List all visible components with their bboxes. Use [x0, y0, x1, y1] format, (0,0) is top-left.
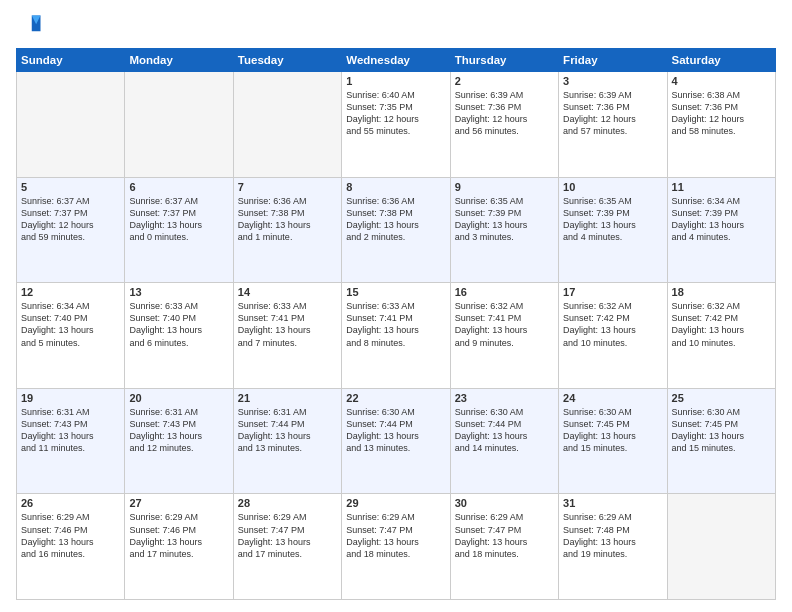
col-header-sunday: Sunday: [17, 49, 125, 72]
day-number: 18: [672, 286, 771, 298]
col-header-thursday: Thursday: [450, 49, 558, 72]
header: [16, 12, 776, 40]
day-info: Sunrise: 6:30 AM Sunset: 7:44 PM Dayligh…: [346, 406, 445, 455]
day-number: 22: [346, 392, 445, 404]
calendar-cell: 17Sunrise: 6:32 AM Sunset: 7:42 PM Dayli…: [559, 283, 667, 389]
day-info: Sunrise: 6:32 AM Sunset: 7:41 PM Dayligh…: [455, 300, 554, 349]
day-info: Sunrise: 6:37 AM Sunset: 7:37 PM Dayligh…: [129, 195, 228, 244]
day-number: 11: [672, 181, 771, 193]
calendar-cell: 30Sunrise: 6:29 AM Sunset: 7:47 PM Dayli…: [450, 494, 558, 600]
calendar-cell: 18Sunrise: 6:32 AM Sunset: 7:42 PM Dayli…: [667, 283, 775, 389]
day-number: 19: [21, 392, 120, 404]
calendar-cell: 1Sunrise: 6:40 AM Sunset: 7:35 PM Daylig…: [342, 72, 450, 178]
day-number: 4: [672, 75, 771, 87]
calendar-cell: 19Sunrise: 6:31 AM Sunset: 7:43 PM Dayli…: [17, 388, 125, 494]
calendar-week-2: 5Sunrise: 6:37 AM Sunset: 7:37 PM Daylig…: [17, 177, 776, 283]
calendar-cell: [667, 494, 775, 600]
day-number: 10: [563, 181, 662, 193]
calendar-cell: 3Sunrise: 6:39 AM Sunset: 7:36 PM Daylig…: [559, 72, 667, 178]
day-info: Sunrise: 6:33 AM Sunset: 7:41 PM Dayligh…: [238, 300, 337, 349]
calendar-table: SundayMondayTuesdayWednesdayThursdayFrid…: [16, 48, 776, 600]
day-info: Sunrise: 6:39 AM Sunset: 7:36 PM Dayligh…: [563, 89, 662, 138]
day-number: 15: [346, 286, 445, 298]
calendar-cell: 4Sunrise: 6:38 AM Sunset: 7:36 PM Daylig…: [667, 72, 775, 178]
day-number: 17: [563, 286, 662, 298]
calendar-cell: 27Sunrise: 6:29 AM Sunset: 7:46 PM Dayli…: [125, 494, 233, 600]
calendar-cell: 26Sunrise: 6:29 AM Sunset: 7:46 PM Dayli…: [17, 494, 125, 600]
day-info: Sunrise: 6:32 AM Sunset: 7:42 PM Dayligh…: [672, 300, 771, 349]
day-number: 3: [563, 75, 662, 87]
day-info: Sunrise: 6:29 AM Sunset: 7:47 PM Dayligh…: [238, 511, 337, 560]
day-info: Sunrise: 6:29 AM Sunset: 7:46 PM Dayligh…: [129, 511, 228, 560]
calendar-cell: [125, 72, 233, 178]
day-info: Sunrise: 6:29 AM Sunset: 7:47 PM Dayligh…: [346, 511, 445, 560]
col-header-saturday: Saturday: [667, 49, 775, 72]
day-number: 23: [455, 392, 554, 404]
calendar-cell: 24Sunrise: 6:30 AM Sunset: 7:45 PM Dayli…: [559, 388, 667, 494]
calendar-cell: 28Sunrise: 6:29 AM Sunset: 7:47 PM Dayli…: [233, 494, 341, 600]
calendar-cell: 31Sunrise: 6:29 AM Sunset: 7:48 PM Dayli…: [559, 494, 667, 600]
calendar-cell: 2Sunrise: 6:39 AM Sunset: 7:36 PM Daylig…: [450, 72, 558, 178]
calendar-cell: 6Sunrise: 6:37 AM Sunset: 7:37 PM Daylig…: [125, 177, 233, 283]
day-number: 30: [455, 497, 554, 509]
day-info: Sunrise: 6:35 AM Sunset: 7:39 PM Dayligh…: [563, 195, 662, 244]
day-number: 12: [21, 286, 120, 298]
day-info: Sunrise: 6:40 AM Sunset: 7:35 PM Dayligh…: [346, 89, 445, 138]
day-number: 14: [238, 286, 337, 298]
calendar-week-1: 1Sunrise: 6:40 AM Sunset: 7:35 PM Daylig…: [17, 72, 776, 178]
day-info: Sunrise: 6:33 AM Sunset: 7:40 PM Dayligh…: [129, 300, 228, 349]
calendar-cell: [233, 72, 341, 178]
calendar-cell: 23Sunrise: 6:30 AM Sunset: 7:44 PM Dayli…: [450, 388, 558, 494]
day-number: 8: [346, 181, 445, 193]
day-info: Sunrise: 6:31 AM Sunset: 7:43 PM Dayligh…: [21, 406, 120, 455]
day-number: 25: [672, 392, 771, 404]
day-info: Sunrise: 6:30 AM Sunset: 7:44 PM Dayligh…: [455, 406, 554, 455]
calendar-cell: 21Sunrise: 6:31 AM Sunset: 7:44 PM Dayli…: [233, 388, 341, 494]
day-info: Sunrise: 6:36 AM Sunset: 7:38 PM Dayligh…: [346, 195, 445, 244]
calendar-cell: [17, 72, 125, 178]
calendar-cell: 8Sunrise: 6:36 AM Sunset: 7:38 PM Daylig…: [342, 177, 450, 283]
calendar-cell: 20Sunrise: 6:31 AM Sunset: 7:43 PM Dayli…: [125, 388, 233, 494]
day-number: 13: [129, 286, 228, 298]
day-number: 2: [455, 75, 554, 87]
calendar-cell: 15Sunrise: 6:33 AM Sunset: 7:41 PM Dayli…: [342, 283, 450, 389]
day-info: Sunrise: 6:31 AM Sunset: 7:43 PM Dayligh…: [129, 406, 228, 455]
day-info: Sunrise: 6:37 AM Sunset: 7:37 PM Dayligh…: [21, 195, 120, 244]
logo: [16, 12, 48, 40]
day-info: Sunrise: 6:29 AM Sunset: 7:47 PM Dayligh…: [455, 511, 554, 560]
calendar-cell: 22Sunrise: 6:30 AM Sunset: 7:44 PM Dayli…: [342, 388, 450, 494]
day-info: Sunrise: 6:32 AM Sunset: 7:42 PM Dayligh…: [563, 300, 662, 349]
day-info: Sunrise: 6:30 AM Sunset: 7:45 PM Dayligh…: [563, 406, 662, 455]
day-number: 28: [238, 497, 337, 509]
calendar-week-3: 12Sunrise: 6:34 AM Sunset: 7:40 PM Dayli…: [17, 283, 776, 389]
day-number: 24: [563, 392, 662, 404]
day-info: Sunrise: 6:30 AM Sunset: 7:45 PM Dayligh…: [672, 406, 771, 455]
calendar-cell: 11Sunrise: 6:34 AM Sunset: 7:39 PM Dayli…: [667, 177, 775, 283]
calendar-cell: 25Sunrise: 6:30 AM Sunset: 7:45 PM Dayli…: [667, 388, 775, 494]
day-info: Sunrise: 6:33 AM Sunset: 7:41 PM Dayligh…: [346, 300, 445, 349]
day-number: 31: [563, 497, 662, 509]
day-number: 1: [346, 75, 445, 87]
day-number: 20: [129, 392, 228, 404]
calendar-week-4: 19Sunrise: 6:31 AM Sunset: 7:43 PM Dayli…: [17, 388, 776, 494]
col-header-monday: Monday: [125, 49, 233, 72]
calendar-week-5: 26Sunrise: 6:29 AM Sunset: 7:46 PM Dayli…: [17, 494, 776, 600]
day-number: 21: [238, 392, 337, 404]
day-info: Sunrise: 6:34 AM Sunset: 7:39 PM Dayligh…: [672, 195, 771, 244]
calendar-cell: 9Sunrise: 6:35 AM Sunset: 7:39 PM Daylig…: [450, 177, 558, 283]
day-number: 6: [129, 181, 228, 193]
calendar-cell: 29Sunrise: 6:29 AM Sunset: 7:47 PM Dayli…: [342, 494, 450, 600]
calendar-cell: 10Sunrise: 6:35 AM Sunset: 7:39 PM Dayli…: [559, 177, 667, 283]
logo-icon: [16, 12, 44, 40]
calendar-cell: 14Sunrise: 6:33 AM Sunset: 7:41 PM Dayli…: [233, 283, 341, 389]
page: SundayMondayTuesdayWednesdayThursdayFrid…: [0, 0, 792, 612]
col-header-tuesday: Tuesday: [233, 49, 341, 72]
day-number: 29: [346, 497, 445, 509]
day-info: Sunrise: 6:35 AM Sunset: 7:39 PM Dayligh…: [455, 195, 554, 244]
calendar-cell: 13Sunrise: 6:33 AM Sunset: 7:40 PM Dayli…: [125, 283, 233, 389]
day-number: 7: [238, 181, 337, 193]
day-info: Sunrise: 6:31 AM Sunset: 7:44 PM Dayligh…: [238, 406, 337, 455]
day-info: Sunrise: 6:29 AM Sunset: 7:46 PM Dayligh…: [21, 511, 120, 560]
day-info: Sunrise: 6:36 AM Sunset: 7:38 PM Dayligh…: [238, 195, 337, 244]
header-row: SundayMondayTuesdayWednesdayThursdayFrid…: [17, 49, 776, 72]
